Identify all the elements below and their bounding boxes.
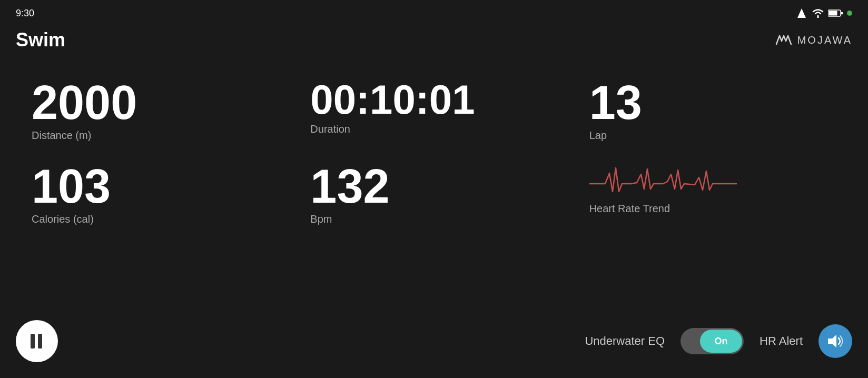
app-title-area: Swim MOJAWA bbox=[16, 29, 852, 51]
hr-alert-button[interactable] bbox=[818, 324, 852, 358]
volume-icon bbox=[827, 334, 844, 349]
lap-label: Lap bbox=[589, 130, 852, 142]
bpm-label: Bpm bbox=[310, 213, 573, 225]
bpm-value: 132 bbox=[310, 163, 573, 210]
status-bar: 9:30 bbox=[0, 0, 868, 26]
active-dot bbox=[847, 11, 852, 16]
calories-metric: 103 Calories (cal) bbox=[16, 157, 294, 231]
heart-rate-trend-label: Heart Rate Trend bbox=[589, 203, 852, 215]
signal-icon bbox=[797, 8, 808, 18]
bottom-controls: Underwater EQ On HR Alert bbox=[16, 320, 852, 362]
duration-value: 00:10:01 bbox=[310, 79, 573, 120]
pause-bar-left bbox=[31, 334, 35, 349]
bpm-metric: 132 Bpm bbox=[294, 157, 573, 231]
svg-marker-4 bbox=[828, 335, 836, 347]
svg-marker-0 bbox=[797, 8, 806, 18]
heart-rate-trend-metric: Heart Rate Trend bbox=[574, 157, 852, 231]
toggle-state: On bbox=[715, 336, 728, 347]
battery-icon bbox=[828, 9, 843, 17]
pause-bar-right bbox=[38, 334, 42, 349]
underwater-eq-label: Underwater EQ bbox=[585, 334, 665, 348]
status-time: 9:30 bbox=[16, 8, 34, 19]
brand-name: MOJAWA bbox=[797, 34, 852, 46]
lap-value: 13 bbox=[589, 79, 852, 126]
pause-icon bbox=[31, 334, 43, 349]
toggle-knob: On bbox=[700, 330, 742, 353]
brand-logo-icon bbox=[774, 34, 793, 46]
calories-label: Calories (cal) bbox=[32, 213, 294, 225]
wifi-icon bbox=[812, 8, 824, 18]
lap-metric: 13 Lap bbox=[574, 74, 852, 147]
duration-metric: 00:10:01 Duration bbox=[294, 74, 573, 147]
brand-logo: MOJAWA bbox=[774, 34, 852, 46]
hr-alert-label: HR Alert bbox=[760, 334, 803, 348]
svg-rect-3 bbox=[841, 12, 843, 15]
distance-value: 2000 bbox=[32, 79, 294, 126]
calories-value: 103 bbox=[32, 163, 294, 210]
metrics-grid: 2000 Distance (m) 00:10:01 Duration 13 L… bbox=[16, 74, 852, 231]
page-title: Swim bbox=[16, 29, 65, 51]
status-icons bbox=[797, 8, 852, 18]
distance-metric: 2000 Distance (m) bbox=[16, 74, 294, 147]
distance-label: Distance (m) bbox=[32, 130, 294, 142]
pause-button[interactable] bbox=[16, 320, 58, 362]
heart-rate-trend-chart bbox=[589, 163, 737, 200]
svg-rect-2 bbox=[829, 11, 837, 16]
duration-label: Duration bbox=[310, 123, 573, 135]
underwater-eq-toggle[interactable]: On bbox=[680, 328, 744, 354]
right-controls: Underwater EQ On HR Alert bbox=[585, 324, 852, 358]
